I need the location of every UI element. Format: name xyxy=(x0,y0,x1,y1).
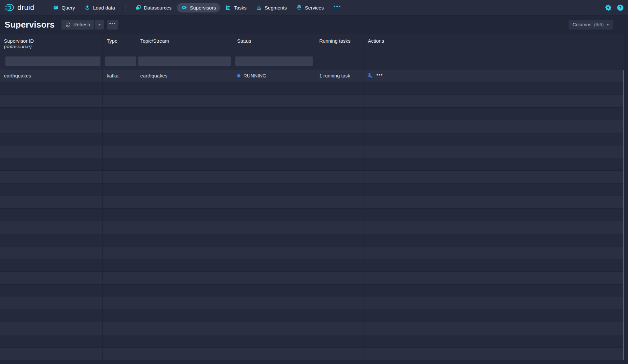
column-header-topic-stream[interactable]: Topic/Stream xyxy=(136,34,233,53)
supervisor-id-cell[interactable]: earthquakes xyxy=(0,70,103,82)
table-cell xyxy=(136,348,233,360)
status-filter-input[interactable] xyxy=(235,56,313,66)
table-cell xyxy=(0,108,103,120)
table-cell xyxy=(136,171,233,183)
nav-item-label: Tasks xyxy=(234,5,246,11)
filter-cell xyxy=(315,53,364,70)
database-icon xyxy=(297,5,302,10)
table-cell xyxy=(0,285,103,297)
supervisor-id-filter-input[interactable] xyxy=(5,56,101,66)
column-header-running-tasks[interactable]: Running tasks xyxy=(315,34,364,53)
nav-item-segments[interactable]: Segments xyxy=(252,3,291,12)
top-nav: druid Query Load data Datasources Superv… xyxy=(0,0,628,15)
table-cell xyxy=(0,171,103,183)
table-cell xyxy=(233,234,315,246)
table-cell xyxy=(103,95,136,107)
table-cell xyxy=(388,335,624,348)
nav-item-query[interactable]: Query xyxy=(49,3,79,12)
inspect-magnifier-icon[interactable] xyxy=(367,73,373,78)
type-cell[interactable]: kafka xyxy=(103,70,136,82)
table-cell xyxy=(136,183,233,196)
nav-right-group: ? xyxy=(605,4,623,11)
bar-chart-icon xyxy=(257,5,262,10)
app-logo[interactable]: druid xyxy=(5,3,34,12)
table-cell xyxy=(103,234,136,246)
table-row-earthquakes: earthquakes kafka earthquakes RUNNING 1 … xyxy=(0,70,624,82)
table-cell xyxy=(388,120,624,133)
table-cell xyxy=(103,158,136,171)
refresh-button[interactable]: Refresh xyxy=(61,20,95,30)
caret-down-icon xyxy=(98,24,101,26)
table-cell xyxy=(315,108,364,120)
gear-icon[interactable] xyxy=(605,4,612,11)
table-cell xyxy=(0,158,103,171)
table-row-empty xyxy=(0,120,624,133)
table-cell xyxy=(103,133,136,145)
table-cell xyxy=(388,133,624,145)
table-cell xyxy=(103,82,136,95)
table-cell xyxy=(233,259,315,272)
table-cell xyxy=(233,196,315,208)
filter-cell xyxy=(364,53,388,70)
nav-divider xyxy=(43,4,43,11)
table-header-row: Supervisor ID (datasource) Type Topic/St… xyxy=(0,34,624,53)
table-cell xyxy=(233,95,315,107)
table-cell xyxy=(315,196,364,208)
table-filter-row xyxy=(0,53,624,70)
filter-cell xyxy=(0,53,103,70)
columns-count: (6/6) xyxy=(594,22,604,27)
column-header-status[interactable]: Status xyxy=(233,34,315,53)
table-cell xyxy=(103,171,136,183)
refresh-options-button[interactable] xyxy=(95,20,104,30)
table-cell xyxy=(315,272,364,284)
table-cell xyxy=(136,322,233,335)
columns-dropdown[interactable]: Columns (6/6) xyxy=(569,20,613,30)
table-cell xyxy=(0,234,103,246)
table-cell xyxy=(136,335,233,348)
table-cell xyxy=(0,133,103,145)
page-title: Supervisors xyxy=(5,20,55,30)
table-cell xyxy=(315,158,364,171)
running-tasks-cell[interactable]: 1 running task xyxy=(315,70,364,82)
table-row-empty xyxy=(0,158,624,171)
vertical-scrollbar[interactable] xyxy=(623,70,624,360)
nav-item-tasks[interactable]: Tasks xyxy=(221,3,251,12)
table-row-empty xyxy=(0,246,624,259)
nav-item-services[interactable]: Services xyxy=(292,3,328,12)
topic-stream-filter-input[interactable] xyxy=(138,56,231,66)
nav-item-datasources[interactable]: Datasources xyxy=(131,3,176,12)
table-cell xyxy=(315,133,364,145)
table-cell xyxy=(233,297,315,310)
column-header-type[interactable]: Type xyxy=(103,34,136,53)
table-cell xyxy=(103,108,136,120)
table-cell xyxy=(388,108,624,120)
column-header-supervisor-id[interactable]: Supervisor ID (datasource) xyxy=(0,34,103,53)
row-more-actions-icon[interactable]: ••• xyxy=(376,75,383,77)
table-cell xyxy=(136,133,233,145)
page-more-button[interactable]: ••• xyxy=(107,20,118,30)
table-cell xyxy=(0,221,103,234)
nav-item-more[interactable]: ••• xyxy=(329,2,346,13)
type-filter-input[interactable] xyxy=(105,56,136,66)
table-cell xyxy=(103,196,136,208)
table-cell xyxy=(136,209,233,221)
status-cell[interactable]: RUNNING xyxy=(233,70,315,82)
table-cell xyxy=(315,221,364,234)
table-cell xyxy=(364,322,388,335)
table-cell xyxy=(364,120,388,133)
table-cell xyxy=(388,310,624,322)
filter-cell xyxy=(103,53,136,70)
table-cell xyxy=(364,246,388,259)
topic-stream-cell[interactable]: earthquakes xyxy=(136,70,233,82)
table-row-empty xyxy=(0,209,624,222)
table-cell xyxy=(388,82,624,95)
table-cell xyxy=(103,335,136,348)
table-cell xyxy=(136,196,233,208)
nav-item-load-data[interactable]: Load data xyxy=(80,3,119,12)
nav-item-supervisors[interactable]: Supervisors xyxy=(177,3,220,12)
table-cell xyxy=(103,310,136,322)
table-cell xyxy=(315,234,364,246)
column-header-label: Running tasks xyxy=(319,38,364,44)
table-row-empty xyxy=(0,322,624,335)
help-icon[interactable]: ? xyxy=(617,5,623,11)
